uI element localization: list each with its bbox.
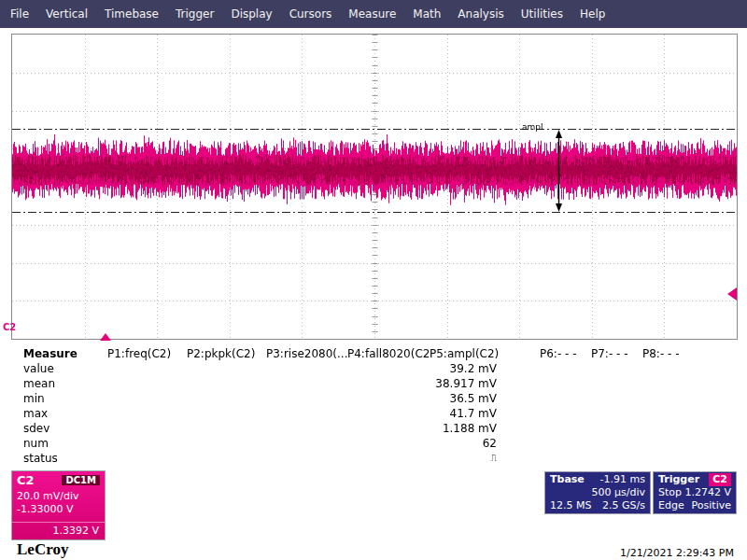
menu-analysis[interactable]: Analysis xyxy=(449,7,512,21)
vertical-scale: 20.0 mV/div xyxy=(17,490,100,503)
waveform-display[interactable]: ampl xyxy=(11,34,738,340)
measure-table: Measure P1:freq(C2) P2:pkpk(C2) P3:rise2… xyxy=(23,347,689,467)
p5-mean: 38.917 mV xyxy=(430,377,540,392)
trigger-source-badge: C2 xyxy=(709,473,731,486)
tbase-delay: -1.91 ms xyxy=(600,473,645,486)
menu-utilities[interactable]: Utilities xyxy=(513,7,571,21)
datetime-display: 1/21/2021 2:29:43 PM xyxy=(620,547,734,559)
menu-help[interactable]: Help xyxy=(571,7,613,21)
channel-descriptor-c2[interactable]: C2 DC1M 20.0 mV/div -1.33000 V 1.3392 V xyxy=(11,470,106,540)
measure-row-mean: mean xyxy=(23,377,107,392)
timebase-descriptor[interactable]: Tbase -1.91 ms 500 µs/div 12.5 MS 2.5 GS… xyxy=(544,471,651,514)
menu-measure[interactable]: Measure xyxy=(340,7,404,21)
waveform-canvas xyxy=(12,35,737,339)
ampl-annotation: ampl xyxy=(522,122,543,132)
p5-sdev: 1.188 mV xyxy=(430,422,540,437)
measure-col-p2[interactable]: P2:pkpk(C2) xyxy=(187,347,266,362)
channel-axis-label: C2 xyxy=(3,322,16,332)
tbase-scale: 500 µs/div xyxy=(592,486,645,499)
measure-col-p3[interactable]: P3:rise2080(... xyxy=(266,347,347,362)
menu-timebase[interactable]: Timebase xyxy=(96,7,167,21)
measure-row-value: value xyxy=(23,362,107,377)
menu-file[interactable]: File xyxy=(2,7,37,21)
menu-cursors[interactable]: Cursors xyxy=(281,7,341,21)
measure-col-p7[interactable]: P7:- - - xyxy=(591,347,642,362)
menu-math[interactable]: Math xyxy=(404,7,449,21)
menu-vertical[interactable]: Vertical xyxy=(37,7,96,21)
p5-value: 39.2 mV xyxy=(430,362,540,377)
trigger-slope: Positive xyxy=(692,499,731,512)
trigger-descriptor[interactable]: Trigger C2 Stop 1.2742 V Edge Positive xyxy=(653,471,737,514)
tbase-label: Tbase xyxy=(550,473,585,486)
p5-status-icon: ⎍ xyxy=(430,452,540,467)
measure-row-status: status xyxy=(23,452,107,467)
tbase-rate: 2.5 GS/s xyxy=(602,499,645,512)
measure-row-sdev: sdev xyxy=(23,422,107,437)
measure-row-max: max xyxy=(23,407,107,422)
channel-name: C2 xyxy=(17,473,35,487)
measure-col-p8[interactable]: P8:- - - xyxy=(642,347,689,362)
measure-col-p4[interactable]: P4:fall8020(C2) xyxy=(347,347,430,362)
p5-max: 41.7 mV xyxy=(430,407,540,422)
lecroy-logo: LeCroy xyxy=(17,540,68,560)
trigger-mode: Stop xyxy=(658,486,682,499)
tbase-samples: 12.5 MS xyxy=(550,499,591,512)
measure-col-p1[interactable]: P1:freq(C2) xyxy=(107,347,187,362)
measure-col-p6[interactable]: P6:- - - xyxy=(540,347,591,362)
menu-bar: File Vertical Timebase Trigger Display C… xyxy=(0,0,747,28)
trigger-label: Trigger xyxy=(658,473,699,486)
coupling-badge: DC1M xyxy=(62,475,100,485)
vertical-offset: -1.33000 V xyxy=(17,503,100,516)
menu-trigger[interactable]: Trigger xyxy=(167,7,222,21)
measure-col-p5[interactable]: P5:ampl(C2) xyxy=(430,347,540,362)
p5-min: 36.5 mV xyxy=(430,392,540,407)
measure-row-num: num xyxy=(23,437,107,452)
measure-panel-title: Measure xyxy=(23,347,107,362)
measure-row-min: min xyxy=(23,392,107,407)
trigger-level: 1.2742 V xyxy=(684,486,731,499)
oscilloscope-screen: File Vertical Timebase Trigger Display C… xyxy=(0,0,747,560)
menu-display[interactable]: Display xyxy=(222,7,280,21)
trigger-delay-marker[interactable] xyxy=(100,333,111,341)
channel-level-readout: 1.3392 V xyxy=(12,522,105,539)
trigger-type: Edge xyxy=(658,499,684,512)
p5-num: 62 xyxy=(430,437,540,452)
